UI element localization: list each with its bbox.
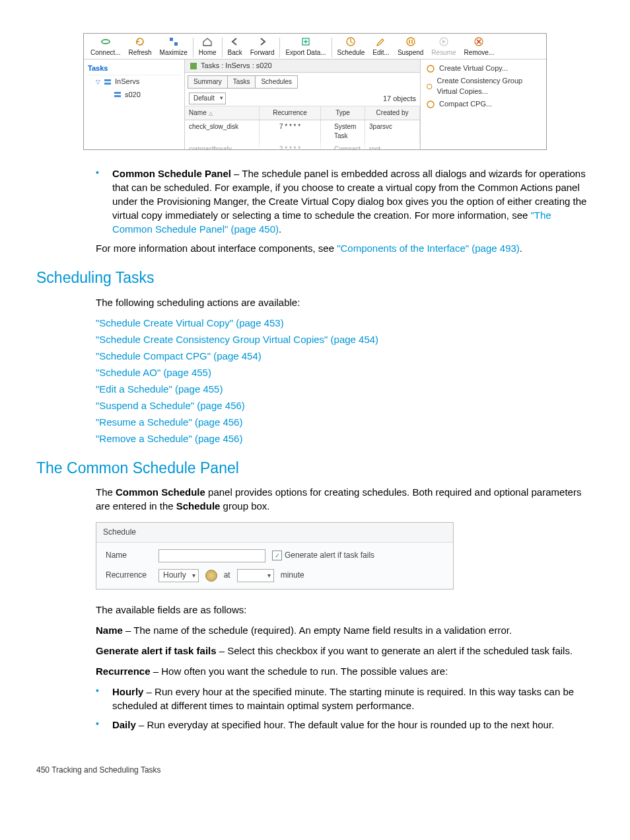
link-suspend-sched[interactable]: "Suspend a Schedule" (page 456)	[96, 400, 245, 411]
main-panel: Tasks : InServs : s020 Summary Tasks Sch…	[185, 59, 421, 149]
bullet-icon: •	[96, 718, 112, 732]
sp-rec-select[interactable]: Hourly	[158, 569, 199, 582]
schedule-panel-figure: Schedule Name ✓ Generate alert if task f…	[96, 522, 454, 590]
screenshot-figure: Connect... Refresh Maximize Home Back Fo…	[83, 33, 547, 150]
tb-home[interactable]: Home	[195, 36, 221, 57]
tb-refresh[interactable]: Refresh	[125, 36, 156, 57]
tb-schedule[interactable]: Schedule	[333, 36, 369, 57]
action-compact-cpg[interactable]: Compact CPG...	[423, 98, 543, 110]
para-common-intro: The Common Schedule panel provides optio…	[36, 485, 594, 513]
sp-minute-label: minute	[281, 570, 304, 581]
heading-scheduling-tasks: Scheduling Tasks	[36, 267, 594, 288]
link-remove-sched[interactable]: "Remove a Schedule" (page 456)	[96, 433, 242, 444]
field-generate-alert: Generate alert if task fails – Select th…	[36, 644, 594, 658]
tb-maximize[interactable]: Maximize	[156, 36, 192, 57]
bullet-icon: •	[96, 685, 112, 712]
svg-point-0	[102, 40, 110, 44]
sp-at: at	[224, 570, 230, 581]
scheduling-links: "Schedule Create Virtual Copy" (page 453…	[36, 316, 594, 445]
bullet-hourly: • Hourly – Run every hour at the specifi…	[36, 685, 594, 712]
link-sched-ao[interactable]: "Schedule AO" (page 455)	[96, 367, 211, 378]
filter-dropdown[interactable]: Default	[189, 93, 226, 104]
svg-point-15	[427, 101, 434, 108]
sp-name-input[interactable]	[158, 549, 265, 562]
svg-rect-2	[174, 42, 178, 46]
tab-tasks[interactable]: Tasks	[227, 75, 256, 89]
link-components[interactable]: "Components of the Interface" (page 493)	[337, 243, 520, 254]
toolbar: Connect... Refresh Maximize Home Back Fo…	[84, 34, 546, 59]
para-following: The following scheduling actions are ava…	[36, 295, 594, 309]
svg-point-5	[407, 38, 415, 46]
para-fields-intro: The available fields are as follows:	[36, 603, 594, 617]
heading-common-schedule-panel: The Common Schedule Panel	[36, 457, 594, 478]
tab-summary[interactable]: Summary	[188, 75, 228, 89]
field-name: Name – The name of the schedule (require…	[36, 623, 594, 637]
table-header: Name △ Recurrence Type Created by	[185, 106, 420, 120]
svg-rect-9	[104, 83, 111, 85]
sp-genalert[interactable]: ✓ Generate alert if task fails	[272, 550, 374, 561]
sp-minute-select[interactable]	[237, 569, 274, 582]
svg-point-14	[427, 84, 432, 89]
para-more-info: For more information about interface com…	[36, 241, 594, 255]
actions-panel: Create Virtual Copy... Create Consistenc…	[421, 59, 546, 149]
link-edit-sched[interactable]: "Edit a Schedule" (page 455)	[96, 383, 223, 395]
expand-icon: ▽	[96, 78, 100, 87]
tb-edit[interactable]: Edit...	[368, 36, 394, 57]
tree-header: Tasks	[87, 62, 182, 75]
col-createdby[interactable]: Created by	[365, 106, 420, 120]
table-row[interactable]: compacthourly 2 * * * * Compact CPG root	[185, 143, 420, 149]
action-create-vc[interactable]: Create Virtual Copy...	[423, 62, 543, 75]
link-sched-vc[interactable]: "Schedule Create Virtual Copy" (page 453…	[96, 317, 284, 328]
tb-resume[interactable]: Resume	[427, 36, 460, 57]
tree-item-s020[interactable]: s020	[87, 89, 182, 101]
bullet-daily: • Daily – Run everyday at specified hour…	[36, 718, 594, 732]
svg-rect-1	[170, 38, 173, 41]
col-type[interactable]: Type	[321, 106, 365, 120]
tb-connect[interactable]: Connect...	[87, 36, 125, 57]
svg-rect-12	[190, 63, 197, 69]
tb-suspend[interactable]: Suspend	[394, 36, 427, 57]
object-count: 17 objects	[383, 94, 416, 104]
tb-remove[interactable]: Remove...	[460, 36, 499, 57]
sp-header: Schedule	[96, 523, 453, 543]
page-footer: 450 Tracking and Scheduling Tasks	[36, 765, 594, 776]
action-create-cgvc[interactable]: Create Consistency Group Virtual Copies.…	[423, 75, 543, 98]
col-recurrence[interactable]: Recurrence	[260, 106, 321, 120]
clock-icon	[205, 570, 217, 582]
term-csp: Common Schedule Panel	[112, 168, 231, 179]
svg-point-13	[427, 65, 434, 72]
link-sched-cpg[interactable]: "Schedule Compact CPG" (page 454)	[96, 350, 262, 362]
field-recurrence: Recurrence – How often you want the sche…	[36, 664, 594, 678]
tb-export[interactable]: Export Data...	[281, 36, 330, 57]
sp-name-label: Name	[106, 550, 152, 561]
tree-panel: Tasks ▽ InServs s020	[84, 59, 185, 149]
svg-rect-10	[114, 92, 121, 94]
sp-rec-label: Recurrence	[106, 570, 152, 581]
svg-rect-11	[114, 95, 121, 97]
link-resume-sched[interactable]: "Resume a Schedule" (page 456)	[96, 416, 242, 428]
tree-item-inservs[interactable]: ▽ InServs	[87, 75, 182, 88]
link-sched-cgvc[interactable]: "Schedule Create Consistency Group Virtu…	[96, 334, 378, 345]
table-row[interactable]: check_slow_disk 7 * * * * System Task 3p…	[185, 120, 420, 143]
svg-rect-8	[104, 79, 111, 81]
tb-back[interactable]: Back	[224, 36, 246, 57]
panel-title: Tasks : InServs : s020	[185, 59, 420, 73]
col-name[interactable]: Name △	[185, 106, 260, 120]
bullet-icon: •	[96, 167, 112, 236]
tb-forward[interactable]: Forward	[246, 36, 279, 57]
bullet-common-schedule-panel: • Common Schedule Panel – The schedule p…	[36, 167, 594, 236]
tab-schedules[interactable]: Schedules	[255, 75, 298, 89]
